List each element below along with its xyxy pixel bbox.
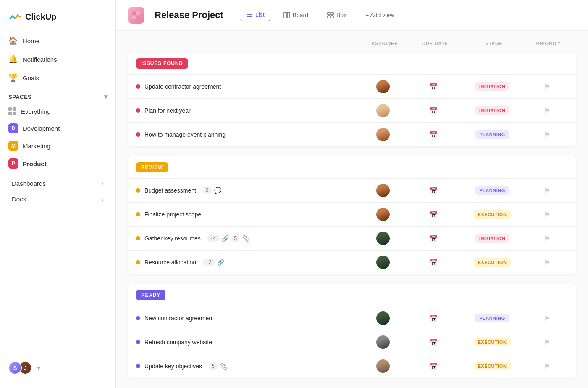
assignee-cell	[358, 104, 408, 117]
stage-cell: PLANNING	[459, 186, 526, 195]
task-name-cell: Update key objectives 5 📎	[136, 362, 358, 370]
task-row[interactable]: Gather key resources +4 🔗 5 📎 📅 INITIATI…	[128, 226, 576, 250]
avatar	[376, 208, 390, 221]
tab-box[interactable]: Box	[321, 9, 352, 21]
task-name-cell: Finalize project scope	[136, 211, 358, 218]
flag-icon: ⚑	[544, 107, 550, 115]
assignee-cell	[358, 80, 408, 93]
task-row[interactable]: Refresh company website 📅 EXECUTION ⚑	[128, 330, 576, 354]
project-title: Release Project	[155, 10, 223, 21]
task-row[interactable]: Plan for next year 📅 INITIATION ⚑	[128, 98, 576, 122]
task-row[interactable]: Update key objectives 5 📎 📅 EXECUTION ⚑	[128, 354, 576, 378]
flag-icon: ⚑	[544, 131, 550, 139]
docs-expand-icon: ›	[102, 195, 104, 203]
assignee-cell	[358, 208, 408, 221]
stage-cell: INITIATION	[459, 106, 526, 115]
tab-board[interactable]: Board	[278, 9, 314, 21]
calendar-icon: 📅	[429, 314, 438, 322]
task-row[interactable]: New contractor agreement 📅 PLANNING ⚑	[128, 306, 576, 330]
priority-cell: ⚑	[526, 211, 568, 219]
avatar-user1: S	[8, 361, 22, 375]
sidebar-item-development[interactable]: D Development	[3, 119, 112, 137]
task-row[interactable]: Resource allocation +2 🔗 📅 EXECUTION ⚑	[128, 250, 576, 274]
due-date-cell: 📅	[408, 259, 459, 267]
list-icon	[246, 11, 253, 18]
col-header-assignee: ASSIGNEE	[360, 41, 410, 46]
group-header-ready: READY	[128, 284, 576, 306]
sidebar: ClickUp 🏠 Home 🔔 Notifications 🏆 Goals S…	[0, 0, 116, 388]
svg-rect-2	[132, 16, 136, 19]
app-name: ClickUp	[25, 12, 56, 22]
avatar	[376, 128, 390, 141]
docs-label: Docs	[12, 195, 26, 203]
priority-cell: ⚑	[526, 83, 568, 91]
task-name: Refresh company website	[144, 339, 212, 346]
col-header-due-date: DUE DATE	[410, 41, 460, 46]
flag-icon: ⚑	[544, 83, 550, 91]
sidebar-item-dashboards[interactable]: Dashboards ›	[3, 176, 112, 191]
svg-rect-5	[247, 14, 252, 15]
stage-cell: INITIATION	[459, 82, 526, 91]
task-name: How to manage event planning	[144, 131, 226, 138]
assignee-cell	[358, 128, 408, 141]
group-header-review: REVIEW	[128, 156, 576, 178]
assignee-cell	[358, 184, 408, 197]
priority-cell: ⚑	[526, 338, 568, 346]
task-dot	[136, 212, 140, 216]
calendar-icon: 📅	[429, 83, 438, 91]
flag-icon: ⚑	[544, 187, 550, 195]
meta-plus: +4	[207, 235, 219, 242]
sidebar-item-goals[interactable]: 🏆 Goals	[3, 69, 112, 87]
calendar-icon: 📅	[429, 235, 438, 243]
task-row[interactable]: How to manage event planning 📅 PLANNING …	[128, 122, 576, 146]
link-icon: 🔗	[222, 235, 229, 242]
logo: ClickUp	[0, 7, 116, 32]
user-dropdown-icon[interactable]: ▾	[37, 364, 40, 372]
task-name: Update contractor agreement	[144, 83, 221, 90]
task-dot	[136, 364, 140, 368]
flag-icon: ⚑	[544, 314, 550, 322]
priority-cell: ⚑	[526, 362, 568, 370]
group-badge-issues: ISSUES FOUND	[136, 58, 188, 69]
group-issues-found: ISSUES FOUND Update contractor agreement…	[128, 53, 576, 146]
view-divider-1	[274, 11, 274, 19]
sidebar-item-docs[interactable]: Docs ›	[3, 191, 112, 207]
stage-cell: EXECUTION	[459, 258, 526, 267]
user-avatars[interactable]: S J	[8, 361, 32, 375]
avatar	[376, 232, 390, 245]
svg-rect-8	[287, 12, 290, 18]
task-row[interactable]: Budget assessment 3 💬 📅 PLANNING ⚑	[128, 178, 576, 202]
assignee-cell	[358, 359, 408, 373]
avatar	[376, 104, 390, 117]
view-divider-2	[318, 11, 318, 19]
sidebar-item-notifications[interactable]: 🔔 Notifications	[3, 50, 112, 68]
calendar-icon: 📅	[429, 107, 438, 115]
add-view-button[interactable]: + Add view	[360, 9, 400, 21]
goals-icon: 🏆	[8, 73, 18, 82]
task-name: Finalize project scope	[144, 211, 201, 218]
task-meta: +4 🔗 5 📎	[207, 235, 249, 242]
attachment-icon2: 📎	[220, 363, 227, 370]
sidebar-item-marketing[interactable]: M Marketing	[3, 137, 112, 155]
marketing-label: Marketing	[23, 143, 50, 150]
due-date-cell: 📅	[408, 187, 459, 195]
product-label: Product	[23, 160, 47, 167]
svg-rect-4	[247, 13, 252, 13]
stage-cell: INITIATION	[459, 234, 526, 243]
tab-list[interactable]: List	[240, 9, 270, 21]
task-name-cell: Resource allocation +2 🔗	[136, 259, 358, 266]
task-row[interactable]: Update contractor agreement 📅 INITIATION…	[128, 74, 576, 98]
sidebar-item-everything[interactable]: Everything	[3, 103, 112, 119]
marketing-badge: M	[8, 141, 18, 151]
development-label: Development	[23, 125, 60, 132]
flag-icon: ⚑	[544, 259, 550, 267]
group-badge-ready: READY	[136, 290, 165, 300]
task-dot	[136, 340, 140, 344]
sidebar-item-home[interactable]: 🏠 Home	[3, 32, 112, 50]
priority-cell: ⚑	[526, 259, 568, 267]
spaces-collapse-icon[interactable]: ▾	[104, 93, 108, 100]
task-list-area: ASSIGNEE DUE DATE STAGE PRIORITY ISSUES …	[116, 31, 588, 388]
task-row[interactable]: Finalize project scope 📅 EXECUTION ⚑	[128, 202, 576, 226]
svg-rect-9	[328, 12, 330, 15]
sidebar-item-product[interactable]: P Product	[3, 155, 112, 172]
